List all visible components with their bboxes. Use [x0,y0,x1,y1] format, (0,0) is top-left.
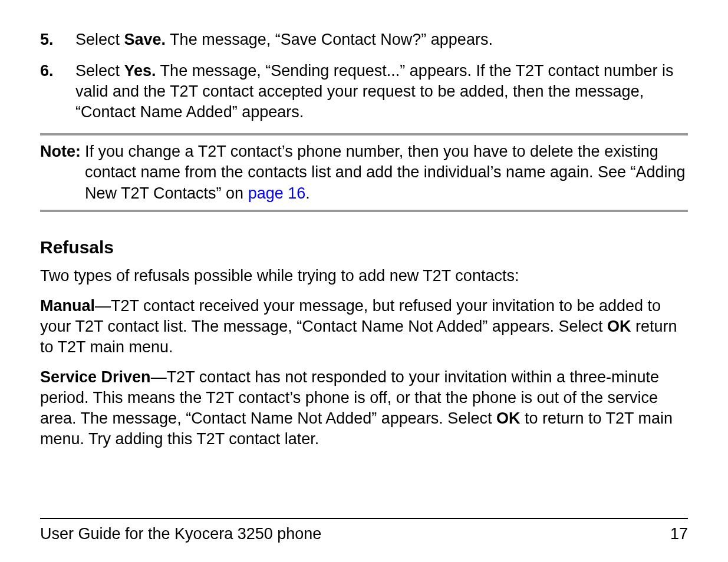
note-content: If you change a T2T contact’s phone numb… [85,141,688,203]
list-item-5: 5. Select Save. The message, “Save Conta… [40,29,688,50]
note-block: Note: If you change a T2T contact’s phon… [40,133,688,211]
section-heading-refusals: Refusals [40,236,688,259]
manual-label: Manual [40,297,95,315]
text-bold: Save. [124,31,166,48]
dash: — [95,297,111,315]
text-bold: Yes. [124,62,156,80]
manual-text-before: T2T contact received your message, but r… [40,297,661,335]
refusals-manual: Manual—T2T contact received your message… [40,296,688,358]
ok-label: OK [496,409,521,427]
footer-page-number: 17 [670,524,688,544]
dash: — [151,368,167,386]
note-text-after: . [305,184,310,202]
refusals-intro: Two types of refusals possible while try… [40,266,688,286]
text-prefix: Select [75,62,124,80]
page-footer: User Guide for the Kyocera 3250 phone 17 [40,518,688,544]
note-text-before: If you change a T2T contact’s phone numb… [85,143,686,201]
text-suffix: The message, “Sending request...” appear… [75,62,674,121]
note-label: Note: [40,141,85,203]
list-content: Select Save. The message, “Save Contact … [75,29,688,50]
list-number: 6. [40,61,75,123]
text-suffix: The message, “Save Contact Now?” appears… [166,31,493,48]
list-number: 5. [40,29,75,50]
text-prefix: Select [75,31,124,48]
refusals-service: Service Driven—T2T contact has not respo… [40,367,688,449]
list-content: Select Yes. The message, “Sending reques… [75,61,688,123]
page-link[interactable]: page 16 [248,184,306,202]
footer-title: User Guide for the Kyocera 3250 phone [40,524,321,544]
ok-label: OK [607,318,631,335]
service-label: Service Driven [40,368,151,386]
list-item-6: 6. Select Yes. The message, “Sending req… [40,61,688,123]
